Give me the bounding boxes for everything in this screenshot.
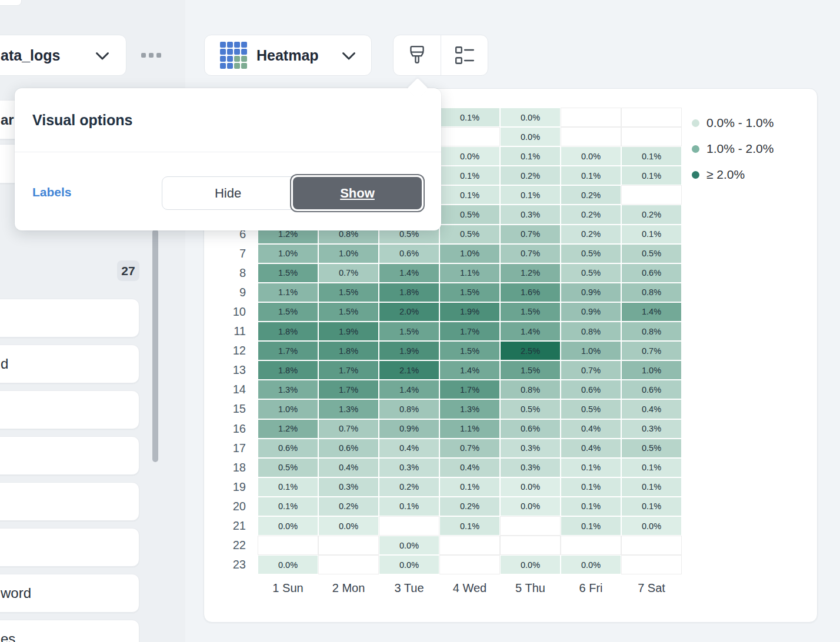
heatmap-cell[interactable]: 2.5% [500, 341, 561, 360]
heatmap-cell[interactable]: 0.7% [318, 419, 379, 439]
heatmap-cell[interactable]: 1.1% [258, 283, 318, 302]
heatmap-cell[interactable]: 1.4% [379, 380, 439, 399]
list-item[interactable] [0, 482, 139, 521]
heatmap-cell[interactable]: 0.0% [258, 555, 318, 574]
heatmap-cell[interactable]: 1.9% [439, 302, 500, 322]
list-item[interactable]: d [0, 345, 139, 383]
heatmap-cell[interactable]: 0.0% [500, 555, 561, 574]
heatmap-cell[interactable]: 0.5% [561, 399, 621, 419]
heatmap-cell[interactable]: 0.2% [561, 205, 621, 224]
heatmap-cell[interactable]: 0.0% [500, 127, 561, 146]
heatmap-cell[interactable]: 1.8% [258, 322, 318, 341]
heatmap-cell[interactable]: 1.3% [318, 399, 379, 419]
heatmap-cell[interactable]: 1.5% [258, 302, 318, 322]
heatmap-cell[interactable]: 0.3% [500, 205, 561, 224]
heatmap-cell[interactable]: 1.8% [379, 283, 439, 302]
heatmap-cell[interactable]: 1.9% [318, 322, 379, 341]
settings-button[interactable] [441, 35, 488, 75]
heatmap-cell[interactable]: 0.1% [621, 166, 682, 185]
heatmap-cell[interactable]: 0.2% [621, 205, 682, 224]
heatmap-cell[interactable]: 1.1% [439, 419, 500, 439]
heatmap-cell[interactable]: 0.7% [500, 244, 561, 263]
heatmap-cell[interactable]: 0.1% [561, 477, 621, 497]
heatmap-cell[interactable]: 1.7% [318, 360, 379, 380]
heatmap-cell[interactable]: 1.7% [439, 322, 500, 341]
heatmap-cell[interactable]: 0.4% [561, 419, 621, 439]
heatmap-cell[interactable]: 0.1% [621, 497, 682, 516]
heatmap-cell[interactable]: 0.2% [561, 185, 621, 205]
heatmap-cell[interactable]: 0.6% [561, 380, 621, 399]
heatmap-cell[interactable]: 0.8% [621, 283, 682, 302]
heatmap-cell[interactable]: 0.6% [318, 439, 379, 458]
heatmap-cell[interactable]: 0.4% [561, 439, 621, 458]
list-item[interactable] [0, 436, 139, 475]
more-button[interactable] [141, 52, 162, 59]
heatmap-cell[interactable]: 0.5% [621, 244, 682, 263]
heatmap-cell[interactable]: 0.1% [379, 497, 439, 516]
heatmap-cell[interactable]: 0.0% [500, 477, 561, 497]
heatmap-cell[interactable]: 1.5% [318, 283, 379, 302]
heatmap-cell[interactable]: 1.4% [439, 360, 500, 380]
heatmap-cell[interactable]: 1.5% [258, 263, 318, 283]
heatmap-cell[interactable]: 0.1% [439, 477, 500, 497]
heatmap-cell[interactable]: 1.9% [379, 341, 439, 360]
heatmap-cell[interactable]: 0.1% [439, 166, 500, 185]
heatmap-cell[interactable]: 1.0% [258, 244, 318, 263]
heatmap-cell[interactable]: 2.0% [379, 302, 439, 322]
list-item[interactable]: word [0, 574, 139, 613]
heatmap-cell[interactable]: 1.8% [318, 341, 379, 360]
heatmap-cell[interactable]: 1.3% [258, 380, 318, 399]
heatmap-cell[interactable]: 0.1% [621, 146, 682, 166]
heatmap-cell[interactable]: 0.3% [379, 458, 439, 477]
heatmap-cell[interactable]: 1.8% [258, 360, 318, 380]
heatmap-cell[interactable]: 0.1% [621, 477, 682, 497]
heatmap-cell[interactable]: 1.0% [621, 360, 682, 380]
heatmap-cell[interactable]: 0.6% [258, 439, 318, 458]
list-item[interactable] [0, 390, 139, 429]
heatmap-cell[interactable]: 0.0% [500, 108, 561, 127]
heatmap-cell[interactable]: 1.5% [379, 322, 439, 341]
heatmap-cell[interactable]: 0.2% [379, 477, 439, 497]
heatmap-cell[interactable]: 1.5% [318, 302, 379, 322]
heatmap-cell[interactable]: 0.1% [561, 458, 621, 477]
heatmap-cell[interactable]: 0.4% [439, 458, 500, 477]
heatmap-cell[interactable]: 0.1% [258, 497, 318, 516]
heatmap-cell[interactable]: 0.0% [379, 536, 439, 555]
heatmap-cell[interactable]: 0.0% [561, 555, 621, 574]
heatmap-cell[interactable]: 0.1% [621, 225, 682, 244]
heatmap-cell[interactable]: 0.0% [500, 497, 561, 516]
heatmap-cell[interactable]: 1.0% [258, 399, 318, 419]
list-item[interactable]: es [0, 620, 139, 642]
heatmap-cell[interactable]: 1.5% [439, 341, 500, 360]
heatmap-cell[interactable]: 0.0% [379, 555, 439, 574]
heatmap-cell[interactable]: 2.1% [379, 360, 439, 380]
heatmap-cell[interactable]: 0.7% [561, 360, 621, 380]
heatmap-cell[interactable]: 0.7% [621, 341, 682, 360]
heatmap-cell[interactable]: 1.3% [439, 399, 500, 419]
heatmap-cell[interactable]: 1.2% [500, 263, 561, 283]
heatmap-cell[interactable]: 1.2% [258, 419, 318, 439]
heatmap-cell[interactable]: 0.0% [621, 516, 682, 536]
heatmap-cell[interactable]: 0.8% [500, 380, 561, 399]
heatmap-cell[interactable]: 0.6% [621, 380, 682, 399]
heatmap-cell[interactable]: 0.8% [561, 322, 621, 341]
heatmap-cell[interactable]: 1.5% [500, 302, 561, 322]
heatmap-cell[interactable]: 1.6% [500, 283, 561, 302]
heatmap-cell[interactable]: 0.1% [561, 497, 621, 516]
heatmap-cell[interactable]: 0.1% [561, 516, 621, 536]
heatmap-cell[interactable]: 0.2% [561, 225, 621, 244]
show-button[interactable]: Show [290, 174, 425, 212]
heatmap-cell[interactable]: 0.1% [258, 477, 318, 497]
heatmap-cell[interactable]: 0.5% [621, 439, 682, 458]
viz-dropdown[interactable]: Heatmap [204, 35, 372, 76]
scrollbar[interactable] [152, 229, 158, 462]
heatmap-cell[interactable]: 0.5% [439, 225, 500, 244]
heatmap-cell[interactable]: 0.1% [439, 185, 500, 205]
heatmap-cell[interactable]: 0.5% [439, 205, 500, 224]
heatmap-cell[interactable]: 0.6% [500, 419, 561, 439]
heatmap-cell[interactable]: 0.0% [561, 146, 621, 166]
heatmap-cell[interactable]: 0.3% [500, 439, 561, 458]
heatmap-cell[interactable]: 0.5% [561, 244, 621, 263]
heatmap-cell[interactable]: 0.5% [500, 399, 561, 419]
heatmap-cell[interactable]: 1.5% [500, 360, 561, 380]
